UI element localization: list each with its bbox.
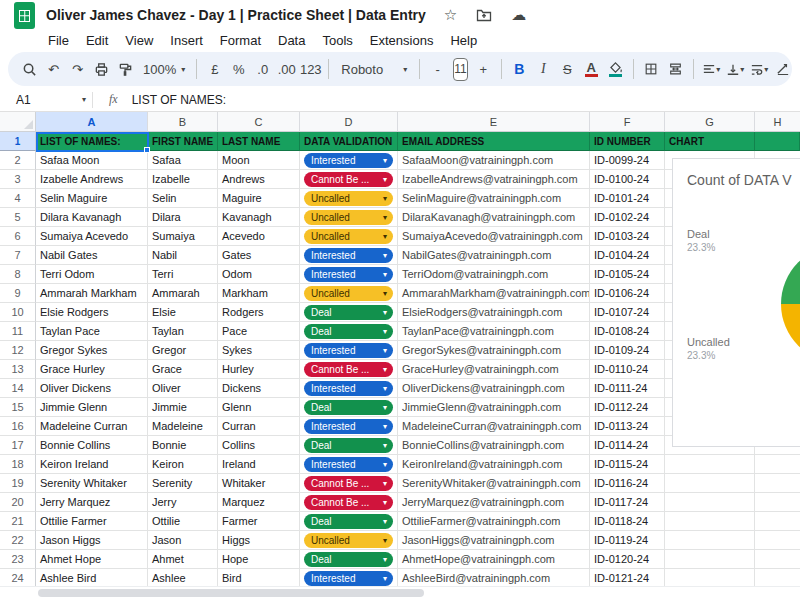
percent-format-button[interactable]: %	[227, 57, 250, 81]
cell-name[interactable]: Bonnie Collins	[36, 436, 148, 455]
chevron-down-icon[interactable]: ▾	[82, 95, 86, 104]
validation-chip[interactable]: Interested ▾	[304, 419, 393, 434]
validation-chip[interactable]: Uncalled ▾	[304, 210, 393, 225]
borders-button[interactable]	[640, 57, 663, 81]
cell-email[interactable]: JimmieGlenn@vatrainingph.com	[398, 398, 590, 417]
cell-id[interactable]: ID-0106-24	[590, 284, 665, 303]
cell-h1[interactable]	[755, 132, 800, 151]
cell-name[interactable]: Ottilie Farmer	[36, 512, 148, 531]
cell-name[interactable]: Grace Hurley	[36, 360, 148, 379]
cell-id[interactable]: ID-0107-24	[590, 303, 665, 322]
row-header[interactable]: 23	[0, 550, 36, 569]
cell-email[interactable]: TaylanPace@vatrainingph.com	[398, 322, 590, 341]
cell-name[interactable]: Keiron Ireland	[36, 455, 148, 474]
validation-chip[interactable]: Cannot Be ... ▾	[304, 495, 393, 510]
validation-chip[interactable]: Interested ▾	[304, 248, 393, 263]
cell-name[interactable]: Jerry Marquez	[36, 493, 148, 512]
validation-chip[interactable]: Uncalled ▾	[304, 533, 393, 548]
cell-last-name[interactable]: Curran	[218, 417, 300, 436]
cell-e1-email-address[interactable]: EMAIL ADDRESS	[398, 132, 590, 151]
cell-a1-list-of-names[interactable]: LIST OF NAMES:	[36, 132, 148, 151]
cell-name[interactable]: Jimmie Glenn	[36, 398, 148, 417]
cell-c1-last-name[interactable]: LAST NAME	[218, 132, 300, 151]
cell-first-name[interactable]: Sumaiya	[148, 227, 218, 246]
validation-chip[interactable]: Interested ▾	[304, 153, 393, 168]
cell-h[interactable]	[755, 474, 800, 493]
cell-validation[interactable]: Cannot Be ... ▾	[300, 493, 398, 512]
validation-chip[interactable]: Uncalled ▾	[304, 229, 393, 244]
validation-chip[interactable]: Interested ▾	[304, 343, 393, 358]
cell-g[interactable]	[665, 493, 755, 512]
currency-format-button[interactable]: £	[203, 57, 226, 81]
font-family-select[interactable]: Roboto▾	[335, 57, 413, 81]
cell-id[interactable]: ID-0118-24	[590, 512, 665, 531]
cell-email[interactable]: DilaraKavanagh@vatrainingph.com	[398, 208, 590, 227]
cell-validation[interactable]: Deal ▾	[300, 322, 398, 341]
merge-cells-button[interactable]	[664, 57, 687, 81]
row-header-1[interactable]: 1	[0, 132, 36, 151]
bold-button[interactable]: B	[508, 57, 531, 81]
cell-email[interactable]: KeironIreland@vatrainingph.com	[398, 455, 590, 474]
row-header[interactable]: 22	[0, 531, 36, 550]
cell-g[interactable]	[665, 531, 755, 550]
row-header[interactable]: 20	[0, 493, 36, 512]
cell-first-name[interactable]: Jimmie	[148, 398, 218, 417]
cell-first-name[interactable]: Jerry	[148, 493, 218, 512]
row-header[interactable]: 11	[0, 322, 36, 341]
cell-first-name[interactable]: Keiron	[148, 455, 218, 474]
cell-h[interactable]	[755, 550, 800, 569]
font-size-input[interactable]: 11	[453, 58, 467, 81]
column-header-b[interactable]: B	[148, 112, 218, 132]
cell-first-name[interactable]: Grace	[148, 360, 218, 379]
cell-id[interactable]: ID-0112-24	[590, 398, 665, 417]
cell-last-name[interactable]: Pace	[218, 322, 300, 341]
document-title[interactable]: Oliver James Chavez - Day 1 | Practice S…	[46, 7, 426, 23]
cell-name[interactable]: Sumaiya Acevedo	[36, 227, 148, 246]
cell-validation[interactable]: Deal ▾	[300, 550, 398, 569]
cell-email[interactable]: JasonHiggs@vatrainingph.com	[398, 531, 590, 550]
cell-last-name[interactable]: Kavanagh	[218, 208, 300, 227]
cell-first-name[interactable]: Ahmet	[148, 550, 218, 569]
validation-chip[interactable]: Cannot Be ... ▾	[304, 476, 393, 491]
cell-email[interactable]: OttilieFarmer@vatrainingph.com	[398, 512, 590, 531]
cell-email[interactable]: JerryMarquez@vatrainingph.com	[398, 493, 590, 512]
cell-validation[interactable]: Interested ▾	[300, 455, 398, 474]
row-header[interactable]: 6	[0, 227, 36, 246]
cell-id[interactable]: ID-0119-24	[590, 531, 665, 550]
cell-validation[interactable]: Uncalled ▾	[300, 284, 398, 303]
cell-name[interactable]: Selin Maguire	[36, 189, 148, 208]
print-icon[interactable]	[90, 57, 113, 81]
cell-name[interactable]: Terri Odom	[36, 265, 148, 284]
menu-tools[interactable]: Tools	[314, 32, 360, 49]
cell-id[interactable]: ID-0116-24	[590, 474, 665, 493]
cell-id[interactable]: ID-0110-24	[590, 360, 665, 379]
cell-g[interactable]	[665, 455, 755, 474]
cell-validation[interactable]: Deal ▾	[300, 398, 398, 417]
cell-validation[interactable]: Uncalled ▾	[300, 189, 398, 208]
cell-email[interactable]: AhmetHope@vatrainingph.com	[398, 550, 590, 569]
validation-chip[interactable]: Interested ▾	[304, 571, 393, 586]
row-header[interactable]: 21	[0, 512, 36, 531]
cell-first-name[interactable]: Oliver	[148, 379, 218, 398]
column-header-c[interactable]: C	[218, 112, 300, 132]
horizontal-scrollbar-track[interactable]	[0, 586, 800, 600]
cell-validation[interactable]: Interested ▾	[300, 246, 398, 265]
row-header[interactable]: 4	[0, 189, 36, 208]
cell-last-name[interactable]: Hope	[218, 550, 300, 569]
redo-icon[interactable]: ↷	[66, 57, 89, 81]
cell-h[interactable]	[755, 493, 800, 512]
row-header[interactable]: 8	[0, 265, 36, 284]
column-header-g[interactable]: G	[665, 112, 755, 132]
undo-icon[interactable]: ↶	[42, 57, 65, 81]
cell-first-name[interactable]: Dilara	[148, 208, 218, 227]
row-header[interactable]: 7	[0, 246, 36, 265]
validation-chip[interactable]: Deal ▾	[304, 552, 393, 567]
validation-chip[interactable]: Interested ▾	[304, 381, 393, 396]
column-header-h[interactable]: H	[755, 112, 800, 132]
row-header[interactable]: 19	[0, 474, 36, 493]
column-header-e[interactable]: E	[398, 112, 590, 132]
validation-chip[interactable]: Deal ▾	[304, 514, 393, 529]
cell-first-name[interactable]: Terri	[148, 265, 218, 284]
cell-h[interactable]	[755, 531, 800, 550]
cell-validation[interactable]: Interested ▾	[300, 151, 398, 170]
